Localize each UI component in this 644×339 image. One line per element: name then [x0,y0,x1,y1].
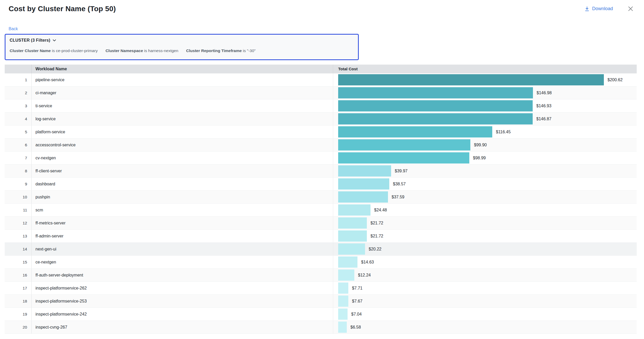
row-rank: 17 [5,282,31,294]
close-button[interactable] [628,6,636,12]
cost-bar[interactable] [338,87,533,98]
table-row[interactable]: 13 ff-admin-server $21.72 [5,230,637,243]
row-workload-name: next-gen-ui [31,243,333,255]
table-row[interactable]: 1 pipeline-service $200.62 [5,73,637,86]
row-rank: 10 [5,191,31,203]
cost-bar[interactable] [338,113,533,124]
row-rank: 14 [5,243,31,255]
cost-bar[interactable] [338,139,470,150]
cost-value: $37.59 [392,195,404,199]
cost-bar[interactable] [338,282,348,294]
row-workload-name: pushpin [31,191,333,203]
cost-bar[interactable] [338,165,391,177]
row-rank: 2 [5,86,31,99]
filter-group-label: CLUSTER (3 Filters) [10,38,50,43]
cost-value: $6.58 [350,325,361,330]
back-link[interactable]: Back [9,27,18,31]
row-workload-name: inspect-platformservice-262 [31,282,333,294]
table-row[interactable]: 15 ce-nextgen $14.63 [5,256,637,269]
cost-bar[interactable] [338,191,388,203]
cost-value: $20.22 [369,247,381,252]
filter-group-toggle[interactable]: CLUSTER (3 Filters) [10,38,56,43]
row-rank: 13 [5,230,31,242]
row-rank: 9 [5,178,31,190]
row-workload-name: log-service [31,112,333,125]
page-title: Cost by Cluster Name (Top 50) [9,5,116,13]
cost-bar[interactable] [338,243,365,255]
row-rank: 6 [5,139,31,151]
filter-panel: CLUSTER (3 Filters) Cluster Cluster Name… [5,34,359,60]
row-workload-name: platform-service [31,125,333,138]
cost-bar[interactable] [338,269,354,281]
cost-value: $7.67 [352,299,362,304]
row-rank: 16 [5,269,31,281]
cost-bar[interactable] [338,204,370,216]
cost-bar[interactable] [338,230,367,242]
cost-table: Workload Name Total Cost 1 pipeline-serv… [5,65,637,334]
cost-value: $146.98 [537,91,552,95]
row-workload-name: ti-service [31,99,333,112]
cost-bar[interactable] [338,100,533,111]
cost-bar[interactable] [338,256,357,268]
table-header-row: Workload Name Total Cost [5,65,637,73]
table-row[interactable]: 17 inspect-platformservice-262 $7.71 [5,282,637,295]
table-row[interactable]: 11 scm $24.48 [5,204,637,217]
table-row[interactable]: 12 ff-metrics-server $21.72 [5,217,637,230]
cost-value: $98.99 [473,156,486,160]
workload-name-column-header: Workload Name [31,65,333,73]
cost-bar[interactable] [338,322,347,333]
table-row[interactable]: 5 platform-service $116.45 [5,125,637,139]
cost-bar[interactable] [338,126,492,137]
row-workload-name: ci-manager [31,86,333,99]
row-rank: 1 [5,73,31,86]
cost-value: $146.93 [536,104,551,108]
row-rank: 7 [5,152,31,164]
cost-value: $7.04 [351,312,362,317]
cost-value: $38.57 [393,182,406,186]
cost-bar[interactable] [338,178,389,190]
row-workload-name: inspect-cvng-267 [31,321,333,334]
row-workload-name: inspect-platformservice-253 [31,295,333,307]
cost-bar[interactable] [338,309,348,320]
row-workload-name: cv-nextgen [31,152,333,164]
table-row[interactable]: 3 ti-service $146.93 [5,99,637,112]
row-workload-name: ce-nextgen [31,256,333,268]
table-row[interactable]: 4 log-service $146.87 [5,112,637,125]
cost-value: $12.24 [358,273,371,278]
row-rank: 4 [5,112,31,125]
cost-bar[interactable] [338,74,604,85]
row-rank: 12 [5,217,31,229]
table-row[interactable]: 7 cv-nextgen $98.99 [5,152,637,165]
cost-value: $21.72 [370,221,383,225]
cost-value: $21.72 [370,234,383,238]
download-label: Download [592,6,613,11]
table-row[interactable]: 10 pushpin $37.59 [5,191,637,204]
row-workload-name: inspect-platformservice-242 [31,308,333,321]
row-rank: 18 [5,295,31,307]
row-rank: 5 [5,125,31,138]
cost-bar[interactable] [338,296,348,307]
cost-value: $146.87 [536,117,551,121]
row-rank: 11 [5,204,31,216]
cost-bar[interactable] [338,152,469,164]
table-row[interactable]: 18 inspect-platformservice-253 $7.67 [5,295,637,308]
row-workload-name: ff-metrics-server [31,217,333,229]
filter-condition: Cluster Cluster Name is ce-prod-cluster-… [10,48,98,53]
cost-value: $24.48 [374,208,387,212]
table-row[interactable]: 14 next-gen-ui $20.22 [5,243,637,256]
modal-header: Cost by Cluster Name (Top 50) Download [0,0,644,13]
table-row[interactable]: 19 inspect-platformservice-242 $7.04 [5,308,637,321]
total-cost-column-header: Total Cost [333,65,637,73]
table-row[interactable]: 8 ff-client-server $39.97 [5,165,637,178]
table-row[interactable]: 2 ci-manager $146.98 [5,86,637,99]
table-row[interactable]: 16 ff-auth-server-deployment $12.24 [5,269,637,282]
cost-bar[interactable] [338,217,367,229]
cost-value: $116.45 [496,130,511,134]
row-rank: 20 [5,321,31,334]
download-button[interactable]: Download [585,6,613,11]
filter-conditions: Cluster Cluster Name is ce-prod-cluster-… [10,48,354,53]
table-row[interactable]: 6 accesscontrol-service $99.90 [5,139,637,152]
table-row[interactable]: 20 inspect-cvng-267 $6.58 [5,321,637,334]
row-workload-name: dashboard [31,178,333,190]
table-row[interactable]: 9 dashboard $38.57 [5,178,637,191]
